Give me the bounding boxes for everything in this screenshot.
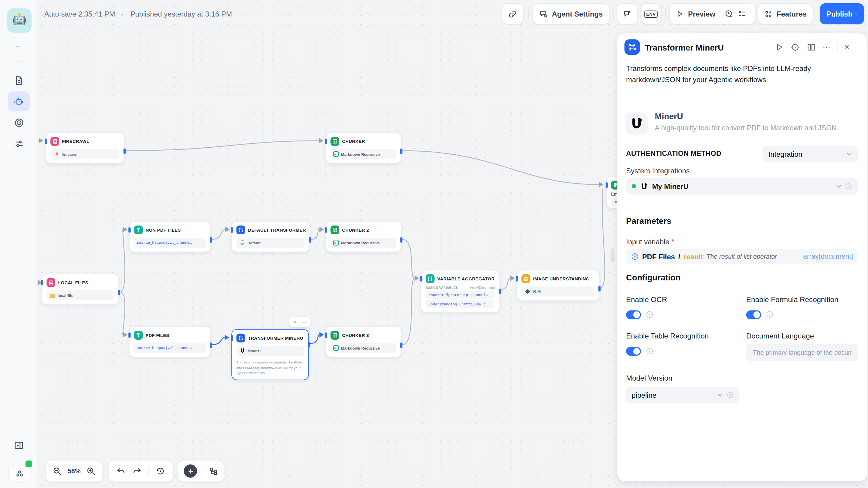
txt-file-icon: TXT — [239, 240, 245, 246]
preview-button[interactable]: Preview — [688, 10, 715, 18]
node-tool-row[interactable]: local-file — [46, 290, 114, 300]
output-port[interactable] — [598, 286, 600, 291]
input-port[interactable] — [44, 138, 46, 144]
variable-node-name: PDF Files — [642, 252, 675, 261]
node-transformer-mineru[interactable]: TRANSFORMER MINERU MinerU Transforms com… — [231, 329, 309, 380]
node-more-icon[interactable]: ⋯ — [301, 319, 306, 325]
delete-node-icon[interactable]: × — [294, 319, 297, 325]
sidebar-more-icon[interactable]: ⋯ — [0, 42, 37, 51]
clear-icon[interactable] — [845, 182, 853, 190]
node-strategy-row[interactable]: M↓ Markdown Recursive — [331, 149, 397, 159]
output-port[interactable] — [123, 149, 125, 154]
output-port[interactable] — [400, 342, 402, 348]
sidebar-item-agent-builder[interactable] — [8, 91, 30, 111]
enable-table-toggle[interactable] — [626, 347, 641, 355]
node-chunker[interactable]: CHUNKER M↓ Markdown Recursive — [326, 133, 401, 163]
run-history-icon[interactable] — [725, 9, 733, 18]
node-tool-row[interactable]: MinerU — [236, 346, 304, 355]
output-port[interactable] — [118, 290, 120, 295]
sidebar-item-settings[interactable] — [8, 134, 30, 153]
node-local-files[interactable]: LOCAL FILES local-file — [41, 274, 119, 305]
input-port[interactable] — [128, 227, 130, 233]
output-port[interactable] — [210, 342, 212, 348]
features-button[interactable]: Features — [758, 3, 813, 24]
input-port[interactable] — [605, 182, 608, 188]
node-chunker-3[interactable]: CHUNKER 3 M↓ Markdown Recursive — [326, 326, 401, 357]
environment-variables-button[interactable]: ENV — [641, 3, 661, 24]
node-variable-row[interactable]: understanding_unztfbu5mw_c… — [426, 300, 495, 308]
add-node-button[interactable] — [184, 464, 197, 478]
run-node-icon[interactable] — [775, 43, 784, 52]
node-variable-aggregator[interactable]: VARIABLE AGGREGATOR ASSIGN VARIABLES Arr… — [421, 270, 500, 313]
node-tool-row[interactable]: TXT Default — [236, 238, 305, 248]
output-port[interactable] — [307, 342, 310, 347]
collapse-panel-button[interactable] — [8, 436, 30, 456]
node-image-understanding[interactable]: IMAGE UNDERSTANDING VLM — [516, 270, 599, 301]
output-port[interactable] — [499, 289, 501, 294]
node-default-transformer[interactable]: DEFAULT TRANSFORMER TXT Default — [231, 221, 310, 252]
copy-link-button[interactable] — [502, 3, 524, 24]
output-port[interactable] — [210, 237, 212, 242]
organize-nodes-icon[interactable] — [209, 466, 218, 476]
zoom-level[interactable]: 58% — [68, 467, 81, 474]
node-variable-row[interactable]: source_hsqpxwjvzl_channe… — [134, 343, 206, 353]
input-port[interactable] — [324, 333, 327, 338]
close-panel-icon[interactable]: × — [844, 43, 849, 51]
node-tool-row[interactable]: firecrawl — [51, 149, 120, 159]
change-history-icon[interactable] — [156, 466, 165, 476]
node-chunker-2[interactable]: CHUNKER 2 M↓ Markdown Recursive — [326, 221, 401, 252]
undo-icon[interactable] — [116, 466, 126, 476]
input-port[interactable] — [230, 227, 232, 233]
agent-settings-button[interactable]: Agent Settings — [533, 3, 610, 24]
status-badge — [26, 461, 32, 467]
input-port[interactable] — [128, 333, 130, 338]
zoom-out-icon[interactable] — [53, 466, 62, 476]
robot-avatar-icon — [11, 12, 28, 29]
output-port[interactable] — [400, 237, 402, 242]
node-variable-row[interactable]: chunker_9pnscnchip_channel… — [426, 291, 495, 299]
enable-formula-toggle[interactable] — [746, 310, 761, 319]
node-non-pdf-files[interactable]: NON PDF FILES source_hsqpxwjvzl_channe… — [129, 221, 211, 252]
node-strategy-row[interactable]: M↓ Markdown Recursive — [331, 343, 397, 353]
app-avatar[interactable] — [7, 8, 32, 33]
panel-more-icon[interactable]: ⋯ — [823, 43, 831, 52]
node-model-row[interactable]: VLM — [522, 286, 594, 296]
redo-icon[interactable] — [132, 466, 142, 476]
integration-select[interactable]: My MinerU — [626, 178, 858, 194]
aggregator-type-label: Array[Document] — [470, 286, 495, 289]
locate-node-icon[interactable] — [790, 42, 800, 52]
chat-variables-button[interactable] — [617, 3, 638, 24]
input-port[interactable] — [420, 276, 422, 281]
checklist-icon[interactable] — [738, 9, 747, 18]
plus-icon — [187, 467, 194, 475]
zoom-in-icon[interactable] — [86, 466, 96, 476]
auth-method-dropdown[interactable]: Integration — [763, 146, 858, 162]
node-title: PDF FILES — [146, 333, 169, 338]
split-view-icon[interactable] — [807, 42, 816, 52]
node-description: Transforms complex documents like PDFs i… — [626, 63, 814, 85]
node-firecrawl[interactable]: FIRECRAWL firecrawl — [45, 133, 124, 163]
input-port[interactable] — [230, 335, 232, 341]
sidebar-item-targets[interactable] — [8, 113, 30, 133]
input-port[interactable] — [516, 276, 518, 281]
node-strategy-row[interactable]: M↓ Markdown Recursive — [331, 238, 397, 248]
enable-ocr-toggle[interactable] — [626, 310, 641, 319]
input-port[interactable] — [324, 227, 327, 233]
clear-icon[interactable] — [726, 391, 734, 399]
input-port[interactable] — [40, 280, 43, 285]
panel-scrollbar[interactable] — [611, 248, 615, 262]
model-version-dropdown[interactable]: pipeline — [626, 387, 740, 403]
output-port[interactable] — [309, 237, 311, 242]
node-variable-row[interactable]: source_hsqpxwjvzl_channe… — [134, 238, 206, 248]
agent-settings-icon — [539, 9, 548, 18]
input-port[interactable] — [324, 138, 327, 144]
node-pdf-files[interactable]: PDF FILES source_hsqpxwjvzl_channe… — [129, 326, 211, 357]
node-strategy-label: Markdown Recursive — [341, 241, 380, 245]
variable-hint: The result of list operator — [707, 253, 777, 260]
input-variable-field[interactable]: # PDF Files / result The result of list … — [626, 249, 858, 264]
chevron-down-icon — [835, 183, 842, 190]
output-port[interactable] — [400, 149, 402, 154]
document-language-input[interactable] — [746, 344, 858, 361]
sidebar-item-documents[interactable] — [8, 70, 30, 90]
publish-button[interactable]: Publish — [820, 3, 864, 24]
